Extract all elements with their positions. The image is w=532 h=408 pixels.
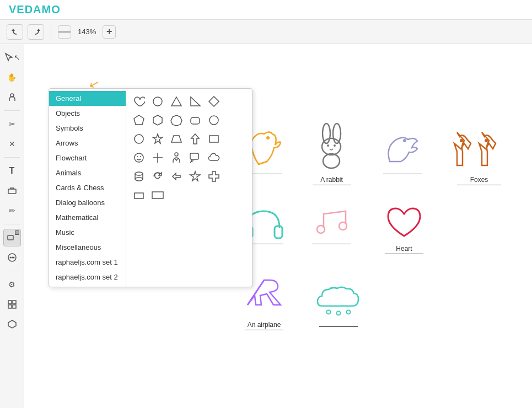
shape-smiley[interactable] [131,149,147,166]
shape-cloud[interactable] [206,149,222,166]
shape-arrow-up[interactable] [187,131,203,147]
shape-pentagon[interactable] [131,112,147,128]
svg-rect-3 [8,235,13,240]
shape-rect-landscape[interactable] [149,187,166,203]
svg-point-23 [135,135,143,143]
svg-marker-36 [190,171,200,181]
svg-point-42 [322,138,341,155]
shape-star2[interactable] [187,168,203,185]
zoom-out-button[interactable] [58,25,71,39]
svg-rect-31 [190,153,198,159]
shape-rounded-rect[interactable] [187,112,203,128]
canvas-heart[interactable]: Heart [383,203,426,254]
svg-marker-25 [171,136,181,142]
redo-button[interactable] [28,24,44,40]
shape-trapezoid[interactable] [168,131,185,147]
shape-rect-small[interactable] [131,187,147,203]
shape-hexagon[interactable] [149,112,166,128]
svg-point-43 [323,154,340,168]
undo-button[interactable] [7,24,23,40]
shape-right-triangle[interactable] [187,93,203,110]
svg-point-28 [137,156,138,157]
svg-marker-18 [134,115,144,125]
svg-point-54 [337,312,341,315]
shape-arrow-left[interactable] [168,168,185,185]
category-raphaeljs-1[interactable]: raphaeljs.com set 1 [49,255,126,270]
tool-media[interactable] [3,249,21,266]
svg-rect-50 [275,226,282,238]
foxes-label: Foxes [470,176,488,184]
svg-point-55 [347,310,351,314]
shape-cylinder[interactable] [131,168,147,185]
category-flowchart[interactable]: Flowchart [49,151,126,165]
tool-select[interactable]: ↖ [3,49,21,66]
toolbar-top: 143% + [0,20,532,44]
shapes-grid [126,89,252,287]
category-mathematical[interactable]: Mathematical [49,210,126,225]
svg-point-8 [13,257,14,259]
svg-point-35 [135,178,143,181]
header: VEDAMO [0,0,532,20]
shape-star[interactable] [149,131,166,147]
categories-list: General Objects Symbols Arrows Flowchart… [49,89,126,287]
tool-cross[interactable]: ✕ [3,135,21,153]
category-animals[interactable]: Animals [49,165,126,180]
heart-label: Heart [396,245,412,253]
shape-triangle[interactable] [168,93,185,110]
svg-rect-21 [191,117,200,124]
tool-settings[interactable]: ⚙ [3,276,21,293]
tool-3d[interactable] [3,315,21,333]
shape-heart[interactable] [131,93,147,110]
canvas-area[interactable]: ↙ General Objects Symbols Arrows Flowcha… [24,44,532,408]
shape-person-outline[interactable] [168,149,185,166]
shape-heptagon[interactable] [168,112,185,128]
svg-rect-26 [209,136,218,142]
svg-point-48 [485,139,488,142]
category-general[interactable]: General [49,91,126,106]
toolbar-left: ↖ ✋ ✂ ✕ T ✏ [0,44,24,408]
category-miscellaneous[interactable]: Miscellaneous [49,240,126,255]
shape-diamond[interactable] [206,93,222,110]
canvas-duck[interactable] [381,126,423,174]
svg-point-14 [153,97,162,106]
svg-marker-24 [153,134,163,143]
shape-cross-line[interactable] [149,149,166,166]
canvas-foxes[interactable]: Foxes [449,121,509,185]
svg-rect-12 [13,305,16,308]
zoom-in-button[interactable]: + [103,25,116,39]
svg-point-7 [11,257,13,259]
canvas-music[interactable] [310,203,353,244]
svg-point-44 [327,144,329,147]
category-dialog-balloons[interactable]: Dialog balloons [49,195,126,210]
category-arrows[interactable]: Arrows [49,136,126,151]
shape-circle2[interactable] [206,112,222,128]
tool-grid[interactable] [3,296,21,313]
svg-point-6 [9,257,11,259]
canvas-rabbit[interactable]: A rabbit [311,121,352,185]
shape-speech-bubble[interactable] [187,149,203,166]
shape-cross[interactable] [206,168,222,185]
category-music[interactable]: Music [49,225,126,240]
svg-point-46 [403,139,406,142]
shape-refresh[interactable] [149,168,166,185]
svg-point-47 [460,139,463,142]
svg-rect-4 [15,231,19,234]
tool-eraser[interactable] [3,182,21,200]
category-objects[interactable]: Objects [49,106,126,121]
tool-stamp[interactable] [3,88,21,106]
tool-shape[interactable] [3,229,21,246]
tool-hand[interactable]: ✋ [3,68,21,86]
category-symbols[interactable]: Symbols [49,121,126,136]
app-logo: VEDAMO [9,3,61,16]
canvas-cloud[interactable] [311,276,366,327]
tool-pencil[interactable]: ✏ [3,202,21,219]
dropdown-panel: General Objects Symbols Arrows Flowchart… [49,88,252,287]
tool-text[interactable]: T [3,162,21,180]
svg-marker-17 [209,96,219,106]
shape-circle3[interactable] [131,131,147,147]
shape-circle-outline[interactable] [149,93,166,110]
shape-rect-outline[interactable] [206,131,222,147]
category-cards-chess[interactable]: Cards & Chess [49,180,126,195]
tool-scissors[interactable]: ✂ [3,115,21,133]
category-raphaeljs-2[interactable]: raphaeljs.com set 2 [49,270,126,284]
